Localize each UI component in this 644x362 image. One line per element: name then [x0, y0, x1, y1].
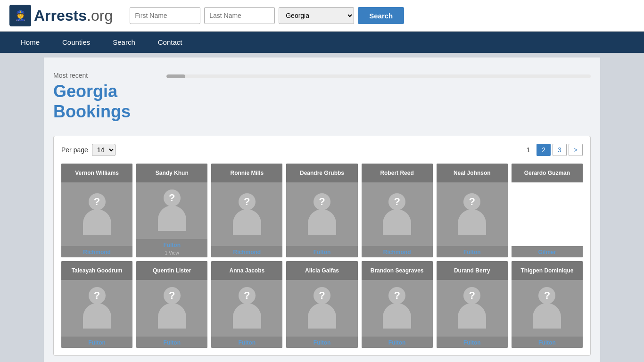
- card-photo: ?: [61, 280, 132, 337]
- card-photo: ?: [362, 280, 433, 337]
- card-photo: ?: [286, 182, 357, 246]
- card-name: Neal Johnson: [437, 164, 508, 182]
- card-photo: ?: [437, 280, 508, 337]
- card-name: Anna Jacobs: [211, 261, 282, 280]
- arrest-card[interactable]: Thigpen Dominique?Fulton: [512, 261, 583, 348]
- page-next-btn[interactable]: >: [569, 144, 583, 156]
- page-title-line1: Georgia: [53, 82, 117, 101]
- card-name: Sandy Khun: [136, 164, 207, 182]
- scroll-area[interactable]: [166, 74, 591, 78]
- card-name: Quentin Lister: [136, 261, 207, 280]
- card-name: Deandre Grubbs: [286, 164, 357, 182]
- site-header: 👮 Arrests.org Georgia Alabama Florida Te…: [0, 0, 644, 32]
- per-page-area: Per page 7 14 21 28: [61, 144, 116, 156]
- arrest-card[interactable]: Durand Berry?Fulton: [437, 261, 508, 348]
- arrest-card[interactable]: Taleayah Goodrum?Fulton: [61, 261, 132, 348]
- per-page-label: Per page: [61, 146, 88, 154]
- logo-text: Arrests.org: [34, 7, 113, 25]
- card-photo: ?: [437, 182, 508, 246]
- card-county[interactable]: Richmond: [61, 246, 132, 257]
- arrest-card[interactable]: Neal Johnson?Fulton: [437, 164, 508, 257]
- header-search-button[interactable]: Search: [358, 7, 404, 24]
- card-county[interactable]: Fulton: [512, 337, 583, 348]
- card-county[interactable]: Fulton: [437, 337, 508, 348]
- card-name: Alicia Galfas: [286, 261, 357, 280]
- cards-row-1: Vernon Williams?RichmondSandy Khun?Fulto…: [61, 164, 583, 257]
- logo-link[interactable]: 👮 Arrests.org: [9, 5, 113, 26]
- card-name: Vernon Williams: [61, 164, 132, 182]
- card-name: Robert Reed: [362, 164, 433, 182]
- page-1-btn[interactable]: 1: [521, 144, 535, 156]
- card-county[interactable]: Richmond: [211, 246, 282, 257]
- card-photo: [512, 182, 583, 246]
- card-name: Gerardo Guzman: [512, 164, 583, 182]
- arrest-card[interactable]: Quentin Lister?Fulton: [136, 261, 207, 348]
- main-content: Most recent Georgia Bookings Per page 7 …: [44, 58, 600, 362]
- first-name-input[interactable]: [130, 7, 200, 24]
- card-photo: ?: [512, 280, 583, 337]
- logo-icon: 👮: [9, 5, 31, 26]
- card-county[interactable]: Fulton: [362, 337, 433, 348]
- arrest-card[interactable]: Anna Jacobs?Fulton: [211, 261, 282, 348]
- card-name: Ronnie Mills: [211, 164, 282, 182]
- arrest-card[interactable]: Brandon Seagraves?Fulton: [362, 261, 433, 348]
- arrest-card[interactable]: Alicia Galfas?Fulton: [286, 261, 357, 348]
- card-county[interactable]: Fulton: [286, 337, 357, 348]
- logo-org: .org: [87, 7, 113, 24]
- grid-controls: Per page 7 14 21 28 1 2 3 >: [61, 144, 583, 156]
- card-county[interactable]: Gilmer: [512, 246, 583, 257]
- main-nav: Home Counties Search Contact: [0, 32, 644, 53]
- scroll-thumb: [166, 74, 185, 78]
- card-name: Durand Berry: [437, 261, 508, 280]
- pagination: 1 2 3 >: [521, 144, 583, 156]
- arrest-card[interactable]: Robert Reed?Richmond: [362, 164, 433, 257]
- logo-arrests: Arrests: [34, 7, 87, 24]
- arrest-card[interactable]: Gerardo GuzmanGilmer: [512, 164, 583, 257]
- arrest-card[interactable]: Deandre Grubbs?Fulton: [286, 164, 357, 257]
- card-county[interactable]: Fulton: [437, 246, 508, 257]
- card-photo: ?: [136, 182, 207, 239]
- page-title: Georgia Bookings: [53, 81, 157, 122]
- page-3-btn[interactable]: 3: [553, 144, 567, 156]
- page-intro: Most recent Georgia Bookings: [53, 67, 157, 131]
- arrest-card[interactable]: Vernon Williams?Richmond: [61, 164, 132, 257]
- page-2-btn[interactable]: 2: [537, 144, 551, 156]
- header-search-form: Georgia Alabama Florida Tennessee South …: [130, 7, 635, 24]
- card-views: 1 View: [136, 250, 207, 257]
- card-county[interactable]: Fulton: [136, 337, 207, 348]
- last-name-input[interactable]: [204, 7, 275, 24]
- card-photo: ?: [211, 182, 282, 246]
- per-page-select[interactable]: 7 14 21 28: [92, 144, 116, 156]
- page-title-line2: Bookings: [53, 102, 131, 121]
- nav-contact[interactable]: Contact: [147, 32, 194, 53]
- card-name: Taleayah Goodrum: [61, 261, 132, 280]
- cards-row-2: Taleayah Goodrum?FultonQuentin Lister?Fu…: [61, 261, 583, 348]
- card-county[interactable]: Richmond: [362, 246, 433, 257]
- card-photo: ?: [136, 280, 207, 337]
- card-county[interactable]: Fulton: [286, 246, 357, 257]
- card-photo: ?: [286, 280, 357, 337]
- bookings-grid-container: Per page 7 14 21 28 1 2 3 > Vernon Willi…: [53, 136, 591, 356]
- nav-counties[interactable]: Counties: [51, 32, 101, 53]
- most-recent-label: Most recent: [53, 72, 157, 79]
- card-name: Thigpen Dominique: [512, 261, 583, 280]
- arrest-card[interactable]: Sandy Khun?Fulton1 View: [136, 164, 207, 257]
- nav-home[interactable]: Home: [9, 32, 51, 53]
- card-county[interactable]: Fulton: [136, 239, 207, 250]
- card-county[interactable]: Fulton: [61, 337, 132, 348]
- card-name: Brandon Seagraves: [362, 261, 433, 280]
- arrest-card[interactable]: Ronnie Mills?Richmond: [211, 164, 282, 257]
- card-county[interactable]: Fulton: [211, 337, 282, 348]
- card-photo: ?: [211, 280, 282, 337]
- state-select[interactable]: Georgia Alabama Florida Tennessee South …: [279, 7, 354, 24]
- nav-search[interactable]: Search: [101, 32, 147, 53]
- card-photo: ?: [61, 182, 132, 246]
- card-photo: ?: [362, 182, 433, 246]
